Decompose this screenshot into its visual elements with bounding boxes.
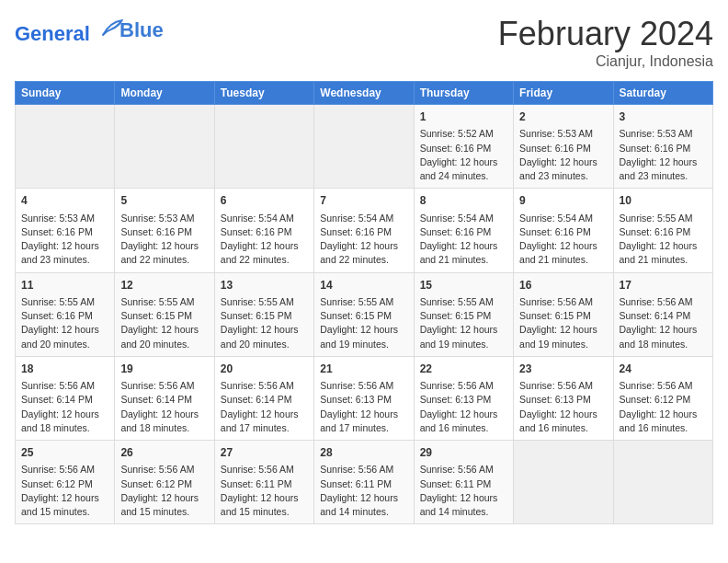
day-number: 6 xyxy=(221,193,308,209)
calendar-table: SundayMondayTuesdayWednesdayThursdayFrid… xyxy=(15,81,713,524)
day-info: Sunrise: 5:56 AM xyxy=(420,463,507,477)
day-header-wednesday: Wednesday xyxy=(314,82,414,105)
day-info: Daylight: 12 hours xyxy=(620,323,707,337)
calendar-cell: 24Sunrise: 5:56 AMSunset: 6:12 PMDayligh… xyxy=(613,356,712,440)
calendar-week-row: 25Sunrise: 5:56 AMSunset: 6:12 PMDayligh… xyxy=(16,441,713,524)
day-header-thursday: Thursday xyxy=(414,82,513,105)
day-info: Sunset: 6:15 PM xyxy=(519,309,607,323)
day-info: Daylight: 12 hours xyxy=(320,491,407,505)
day-info: Sunset: 6:16 PM xyxy=(120,225,208,239)
day-number: 7 xyxy=(320,193,407,209)
calendar-cell: 20Sunrise: 5:56 AMSunset: 6:14 PMDayligh… xyxy=(214,356,313,440)
calendar-cell: 7Sunrise: 5:54 AMSunset: 6:16 PMDaylight… xyxy=(314,189,414,272)
day-info: Sunrise: 5:53 AM xyxy=(21,212,108,225)
day-info: and 23 minutes. xyxy=(620,169,707,183)
day-info: Daylight: 12 hours xyxy=(420,408,507,421)
day-info: and 22 minutes. xyxy=(221,253,308,267)
day-info: Daylight: 12 hours xyxy=(21,408,108,421)
day-number: 15 xyxy=(420,278,507,293)
day-info: and 15 minutes. xyxy=(120,505,208,519)
day-number: 25 xyxy=(21,445,108,461)
calendar-cell: 14Sunrise: 5:55 AMSunset: 6:15 PMDayligh… xyxy=(314,272,414,356)
logo-general: General xyxy=(15,22,90,45)
day-info: Sunset: 6:11 PM xyxy=(420,477,507,491)
day-info: Daylight: 12 hours xyxy=(221,491,308,505)
day-number: 18 xyxy=(21,362,108,377)
day-info: and 16 minutes. xyxy=(420,421,507,435)
calendar-cell: 3Sunrise: 5:53 AMSunset: 6:16 PMDaylight… xyxy=(613,105,712,189)
day-number: 13 xyxy=(221,278,308,293)
calendar-cell: 26Sunrise: 5:56 AMSunset: 6:12 PMDayligh… xyxy=(115,441,214,524)
day-info: and 14 minutes. xyxy=(320,505,407,519)
calendar-header-row: SundayMondayTuesdayWednesdayThursdayFrid… xyxy=(16,82,713,105)
day-info: Daylight: 12 hours xyxy=(120,239,208,253)
day-info: Sunset: 6:11 PM xyxy=(320,477,407,491)
day-info: Sunrise: 5:55 AM xyxy=(420,295,507,309)
day-info: Sunrise: 5:53 AM xyxy=(620,127,707,141)
day-info: Daylight: 12 hours xyxy=(519,155,607,169)
day-info: Daylight: 12 hours xyxy=(620,239,707,253)
day-info: Sunset: 6:15 PM xyxy=(221,309,308,323)
calendar-cell: 2Sunrise: 5:53 AMSunset: 6:16 PMDaylight… xyxy=(514,105,613,189)
day-info: Sunset: 6:14 PM xyxy=(620,309,707,323)
day-number: 14 xyxy=(320,278,407,293)
calendar-cell xyxy=(613,441,712,524)
day-info: Sunrise: 5:54 AM xyxy=(420,212,507,225)
day-info: Sunset: 6:14 PM xyxy=(21,393,108,407)
day-info: Sunset: 6:15 PM xyxy=(120,309,208,323)
logo: General Blue xyxy=(15,15,164,45)
day-info: and 20 minutes. xyxy=(120,338,208,351)
day-info: Sunrise: 5:55 AM xyxy=(221,295,308,309)
day-info: Sunrise: 5:56 AM xyxy=(221,463,308,477)
calendar-cell: 8Sunrise: 5:54 AMSunset: 6:16 PMDaylight… xyxy=(414,189,513,272)
day-info: and 23 minutes. xyxy=(519,169,607,183)
calendar-cell: 21Sunrise: 5:56 AMSunset: 6:13 PMDayligh… xyxy=(314,356,414,440)
day-info: and 21 minutes. xyxy=(519,253,607,267)
calendar-week-row: 4Sunrise: 5:53 AMSunset: 6:16 PMDaylight… xyxy=(16,189,713,272)
day-info: Sunrise: 5:56 AM xyxy=(519,295,607,309)
day-number: 11 xyxy=(21,278,108,293)
day-info: Sunset: 6:14 PM xyxy=(221,393,308,407)
calendar-cell xyxy=(16,105,115,189)
day-info: Sunrise: 5:53 AM xyxy=(519,127,607,141)
day-header-friday: Friday xyxy=(514,82,613,105)
calendar-cell: 25Sunrise: 5:56 AMSunset: 6:12 PMDayligh… xyxy=(16,441,115,524)
day-number: 8 xyxy=(420,193,507,209)
day-info: and 18 minutes. xyxy=(21,421,108,435)
calendar-cell: 11Sunrise: 5:55 AMSunset: 6:16 PMDayligh… xyxy=(16,272,115,356)
day-info: Daylight: 12 hours xyxy=(620,408,707,421)
calendar-week-row: 1Sunrise: 5:52 AMSunset: 6:16 PMDaylight… xyxy=(16,105,713,189)
calendar-cell: 1Sunrise: 5:52 AMSunset: 6:16 PMDaylight… xyxy=(414,105,513,189)
day-info: and 16 minutes. xyxy=(519,421,607,435)
day-info: and 21 minutes. xyxy=(620,253,707,267)
calendar-cell: 13Sunrise: 5:55 AMSunset: 6:15 PMDayligh… xyxy=(214,272,313,356)
day-number: 21 xyxy=(320,362,407,377)
day-info: Sunset: 6:16 PM xyxy=(320,225,407,239)
day-number: 16 xyxy=(519,278,607,293)
day-info: Sunrise: 5:54 AM xyxy=(320,212,407,225)
day-info: Sunset: 6:16 PM xyxy=(21,309,108,323)
day-header-sunday: Sunday xyxy=(16,82,115,105)
day-info: and 16 minutes. xyxy=(620,421,707,435)
day-info: Sunset: 6:15 PM xyxy=(420,309,507,323)
calendar-cell: 9Sunrise: 5:54 AMSunset: 6:16 PMDaylight… xyxy=(514,189,613,272)
day-header-tuesday: Tuesday xyxy=(214,82,313,105)
calendar-cell: 12Sunrise: 5:55 AMSunset: 6:15 PMDayligh… xyxy=(115,272,214,356)
calendar-cell: 5Sunrise: 5:53 AMSunset: 6:16 PMDaylight… xyxy=(115,189,214,272)
day-number: 9 xyxy=(519,193,607,209)
day-info: Daylight: 12 hours xyxy=(320,239,407,253)
day-info: Sunrise: 5:56 AM xyxy=(320,463,407,477)
day-info: and 22 minutes. xyxy=(320,253,407,267)
day-number: 27 xyxy=(221,445,308,461)
day-number: 29 xyxy=(420,445,507,461)
day-number: 20 xyxy=(221,362,308,377)
day-info: Daylight: 12 hours xyxy=(120,491,208,505)
day-info: and 18 minutes. xyxy=(620,338,707,351)
calendar-cell: 17Sunrise: 5:56 AMSunset: 6:14 PMDayligh… xyxy=(613,272,712,356)
day-info: Sunrise: 5:56 AM xyxy=(519,379,607,393)
day-number: 4 xyxy=(21,193,108,209)
day-info: Sunset: 6:12 PM xyxy=(620,393,707,407)
day-info: Sunrise: 5:56 AM xyxy=(620,295,707,309)
day-info: and 20 minutes. xyxy=(221,338,308,351)
day-info: Daylight: 12 hours xyxy=(21,491,108,505)
